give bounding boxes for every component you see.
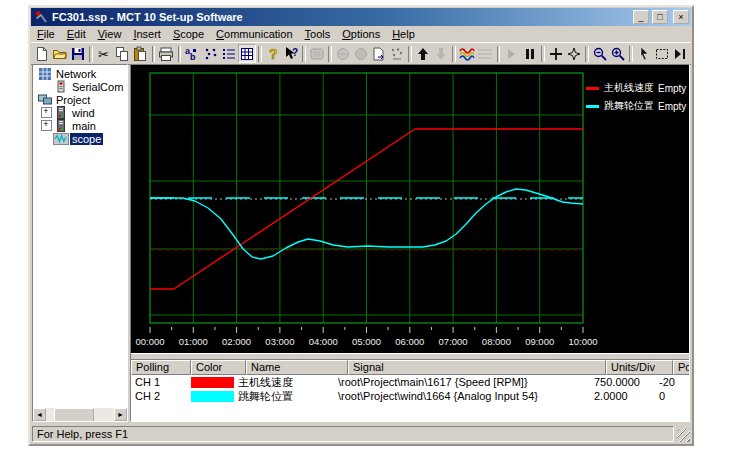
expand-icon[interactable]: +: [41, 120, 52, 131]
rect-select-button[interactable]: [653, 44, 671, 63]
clipped-edge-button[interactable]: [671, 44, 689, 63]
titlebar[interactable]: FC301.ssp - MCT 10 Set-up Software _ □ ×: [31, 8, 691, 26]
pointer-button[interactable]: [635, 44, 653, 63]
grid-view-button[interactable]: [238, 44, 256, 63]
tree-item-main[interactable]: +main: [33, 119, 127, 132]
clipped-edge-icon: [672, 46, 688, 62]
column-header-color[interactable]: Color: [191, 360, 246, 375]
zoom-in-button[interactable]: [609, 44, 627, 63]
track-cursor-button[interactable]: [547, 44, 565, 63]
help-button[interactable]: ?: [264, 44, 282, 63]
close-button[interactable]: ×: [673, 10, 689, 24]
menu-options[interactable]: Options: [336, 27, 386, 41]
tree-item-label: Project: [54, 94, 92, 106]
menu-file[interactable]: File: [31, 27, 61, 41]
resize-grip[interactable]: [677, 429, 690, 442]
zoom-out-button[interactable]: [591, 44, 609, 63]
menu-scope[interactable]: Scope: [167, 27, 210, 41]
channel-color-cell: [189, 377, 234, 388]
svg-text:08:000: 08:000: [482, 336, 511, 347]
table-row[interactable]: CH 2跳舞轮位置\root\Project\wind\1664 {Analog…: [131, 389, 689, 403]
channel-table-body: CH 1主机线速度\root\Project\main\1617 {Speed …: [131, 375, 689, 403]
tree-item-project[interactable]: Project: [33, 93, 127, 106]
tree-item-label: wind: [70, 107, 97, 119]
print-button[interactable]: [157, 44, 175, 63]
stop-communication-button[interactable]: [334, 44, 352, 63]
move-up-button[interactable]: [414, 44, 432, 63]
read-from-drive-button[interactable]: [388, 44, 406, 63]
menu-view[interactable]: View: [92, 27, 128, 41]
maximize-button[interactable]: □: [652, 10, 668, 24]
minimize-button[interactable]: _: [633, 10, 649, 24]
scroll-left-button[interactable]: ◄: [33, 408, 46, 421]
column-header-position[interactable]: Position: [673, 360, 689, 375]
parameter-grid-icon: ab: [184, 46, 200, 62]
grid-view-icon: [239, 46, 255, 62]
column-header-signal[interactable]: Signal: [348, 360, 606, 375]
save-button[interactable]: [69, 44, 87, 63]
network-scan-button[interactable]: [308, 44, 326, 63]
network-icon: [37, 66, 54, 81]
poll-icon: [353, 46, 369, 62]
channel-color-cell: [189, 391, 234, 402]
help-icon: ?: [265, 46, 281, 62]
toolbar-separator: [408, 46, 412, 62]
table-row[interactable]: CH 1主机线速度\root\Project\main\1617 {Speed …: [131, 375, 689, 389]
paste-button[interactable]: [131, 44, 149, 63]
menu-help[interactable]: Help: [386, 27, 421, 41]
compare-parameters-icon: [203, 46, 219, 62]
cell: CH 2: [131, 390, 189, 402]
status-bar: For Help, press F1: [32, 425, 690, 442]
write-to-drive-button[interactable]: [370, 44, 388, 63]
menu-edit[interactable]: Edit: [61, 27, 92, 41]
scope-chart[interactable]: 00:00001:00002:00003:00004:00005:00006:0…: [131, 65, 689, 353]
parameter-list-icon: [221, 46, 237, 62]
svg-text:b: b: [190, 52, 196, 62]
scrollbar-thumb[interactable]: [54, 408, 94, 422]
cell: 主机线速度: [234, 375, 334, 390]
move-down-button[interactable]: [432, 44, 450, 63]
cell: 0: [655, 390, 689, 402]
tree-item-scope[interactable]: scope: [33, 132, 127, 145]
channel-color-swatch: [191, 377, 234, 388]
legend-item: 跳舞轮位置Empty: [586, 99, 686, 113]
tree-item-network[interactable]: Network: [33, 67, 127, 80]
column-header-unitsdiv[interactable]: Units/Div: [606, 360, 673, 375]
tree-horizontal-scrollbar[interactable]: ◄ ►: [33, 408, 127, 421]
poll-button[interactable]: [352, 44, 370, 63]
chart-table-splitter[interactable]: [131, 353, 689, 360]
tree-item-label: Network: [54, 68, 98, 80]
scrollbar-track[interactable]: [46, 408, 114, 421]
channel-table-header: PollingColorNameSignalUnits/DivPosition: [131, 360, 689, 375]
scroll-right-button[interactable]: ►: [114, 408, 127, 421]
tree-item-wind[interactable]: +wind: [33, 106, 127, 119]
scope-curves-button[interactable]: [458, 44, 476, 63]
play-button[interactable]: [502, 44, 520, 63]
svg-text:03:000: 03:000: [265, 336, 294, 347]
svg-text:05:000: 05:000: [352, 336, 381, 347]
open-folder-button[interactable]: [51, 44, 69, 63]
channel-color-swatch: [191, 391, 234, 402]
pause-button[interactable]: [521, 44, 539, 63]
column-header-name[interactable]: Name: [246, 360, 348, 375]
parameter-grid-button[interactable]: ab: [183, 44, 201, 63]
flat-curves-button[interactable]: [476, 44, 494, 63]
menu-communication[interactable]: Communication: [210, 27, 298, 41]
svg-text:10:000: 10:000: [568, 336, 597, 347]
menu-insert[interactable]: Insert: [127, 27, 167, 41]
copy-button[interactable]: [113, 44, 131, 63]
new-file-button[interactable]: [33, 44, 51, 63]
cut-button[interactable]: ✂: [95, 44, 113, 63]
expand-icon[interactable]: +: [41, 107, 52, 118]
app-icon: [33, 9, 49, 25]
context-help-button[interactable]: ?: [282, 44, 300, 63]
menu-tools[interactable]: Tools: [299, 27, 337, 41]
cell: CH 1: [131, 376, 189, 388]
toolbar-separator: [497, 46, 501, 62]
zoom-cursor-button[interactable]: [565, 44, 583, 63]
compare-parameters-button[interactable]: [202, 44, 220, 63]
toolbar-separator: [585, 46, 589, 62]
parameter-list-button[interactable]: [220, 44, 238, 63]
column-header-polling[interactable]: Polling: [131, 360, 191, 375]
legend-item: 主机线速度Empty: [586, 81, 686, 95]
